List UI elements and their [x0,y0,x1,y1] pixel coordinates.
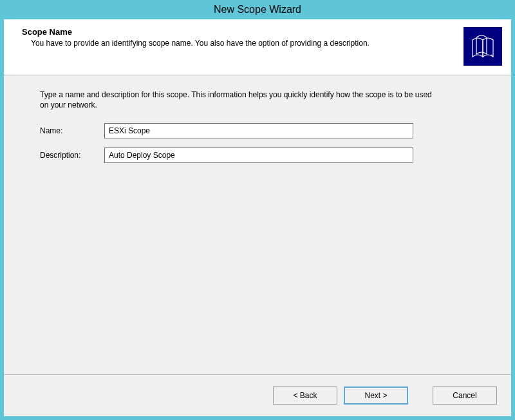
page-title: Scope Name [22,27,457,37]
description-label: Description: [40,151,104,160]
back-button[interactable]: < Back [273,387,337,405]
next-button[interactable]: Next > [344,387,408,405]
wizard-window: New Scope Wizard Scope Name You have to … [0,0,515,420]
books-icon [464,27,502,66]
name-label: Name: [40,126,104,135]
name-row: Name: [40,123,485,138]
page-subtitle: You have to provide an identifying scope… [31,38,457,48]
button-spacer [415,387,426,405]
titlebar[interactable]: New Scope Wizard [0,0,515,19]
description-row: Description: [40,148,485,163]
description-input[interactable] [104,148,413,163]
cancel-button[interactable]: Cancel [433,387,497,405]
wizard-header: Scope Name You have to provide an identi… [4,19,511,75]
name-input[interactable] [104,123,413,138]
instruction-text: Type a name and description for this sco… [40,90,439,110]
wizard-footer: < Back Next > Cancel [4,375,511,416]
wizard-body: Type a name and description for this sco… [4,75,511,374]
wizard-header-text: Scope Name You have to provide an identi… [13,27,457,48]
window-title: New Scope Wizard [214,4,301,15]
